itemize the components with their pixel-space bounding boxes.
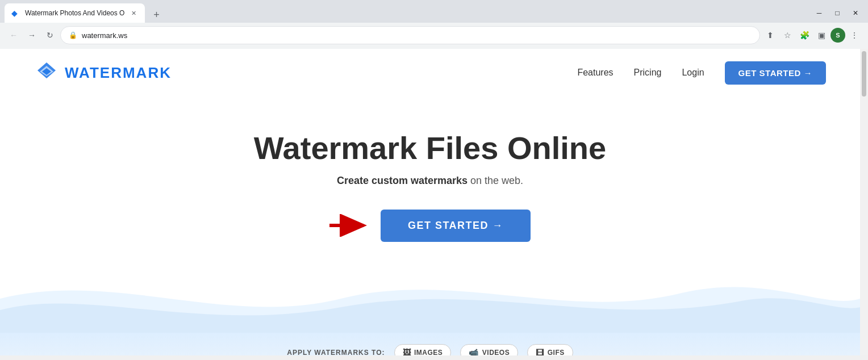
hero-title: Watermark Files Online bbox=[11, 131, 849, 166]
logo-text: WATERMARK bbox=[65, 64, 172, 82]
apply-watermarks-row: APPLY WATERMARKS TO: 🖼 IMAGES 📹 VIDEOS 🎞… bbox=[0, 333, 860, 355]
wave-decoration bbox=[0, 265, 860, 333]
gifs-icon: 🎞 bbox=[536, 348, 544, 355]
tab-close-button[interactable]: ✕ bbox=[129, 9, 138, 18]
hero-section: Watermark Files Online Create custom wat… bbox=[0, 97, 860, 355]
close-button[interactable]: ✕ bbox=[848, 5, 863, 21]
minimize-button[interactable]: ─ bbox=[811, 5, 827, 21]
maximize-button[interactable]: □ bbox=[829, 5, 845, 21]
get-started-hero-button[interactable]: GET STARTED → bbox=[381, 210, 531, 242]
hero-subtitle-rest: on the web. bbox=[468, 175, 523, 186]
videos-badge[interactable]: 📹 VIDEOS bbox=[460, 344, 518, 355]
nav-links: Features Pricing Login GET STARTED → bbox=[577, 61, 826, 85]
logo-icon bbox=[34, 60, 59, 85]
hero-content: Watermark Files Online Create custom wat… bbox=[0, 97, 860, 242]
images-badge[interactable]: 🖼 IMAGES bbox=[394, 344, 452, 355]
sidebar-button[interactable]: ▣ bbox=[813, 27, 829, 43]
videos-icon: 📹 bbox=[469, 348, 479, 355]
reload-button[interactable]: ↻ bbox=[42, 27, 58, 43]
videos-label: VIDEOS bbox=[482, 349, 510, 355]
scrollbar[interactable] bbox=[860, 49, 868, 355]
browser-tab[interactable]: ◆ Watermark Photos And Videos O ✕ bbox=[5, 3, 145, 23]
profile-button[interactable]: S bbox=[831, 28, 845, 43]
apply-label: APPLY WATERMARKS TO: bbox=[287, 349, 385, 355]
share-button[interactable]: ⬆ bbox=[762, 27, 778, 43]
get-started-nav-button[interactable]: GET STARTED → bbox=[725, 61, 826, 85]
tab-title: Watermark Photos And Videos O bbox=[25, 9, 124, 17]
images-icon: 🖼 bbox=[403, 348, 411, 355]
logo-area: WATERMARK bbox=[34, 60, 172, 85]
gifs-label: GIFS bbox=[548, 349, 565, 355]
images-label: IMAGES bbox=[414, 349, 443, 355]
extensions-button[interactable]: 🧩 bbox=[796, 27, 812, 43]
hero-cta-area: GET STARTED → bbox=[11, 210, 849, 242]
hero-subtitle-bold: Create custom watermarks bbox=[337, 175, 468, 186]
site-header: WATERMARK Features Pricing Login GET STA… bbox=[0, 49, 860, 97]
bookmark-button[interactable]: ☆ bbox=[779, 27, 795, 43]
tab-favicon: ◆ bbox=[11, 9, 20, 18]
address-bar[interactable]: 🔒 watermark.ws bbox=[60, 26, 760, 44]
gifs-badge[interactable]: 🎞 GIFS bbox=[527, 344, 573, 355]
hero-subtitle: Create custom watermarks on the web. bbox=[11, 175, 849, 187]
url-text: watermark.ws bbox=[82, 31, 752, 40]
nav-features[interactable]: Features bbox=[577, 68, 613, 78]
get-started-hero-label: GET STARTED → bbox=[408, 220, 503, 232]
back-button[interactable]: ← bbox=[6, 27, 22, 43]
forward-button[interactable]: → bbox=[24, 27, 40, 43]
new-tab-button[interactable]: + bbox=[148, 7, 164, 23]
nav-login[interactable]: Login bbox=[682, 68, 704, 78]
menu-button[interactable]: ⋮ bbox=[846, 27, 862, 43]
nav-pricing[interactable]: Pricing bbox=[634, 68, 662, 78]
lock-icon: 🔒 bbox=[69, 31, 77, 39]
scrollbar-thumb[interactable] bbox=[862, 51, 866, 97]
red-arrow-icon bbox=[329, 214, 369, 237]
